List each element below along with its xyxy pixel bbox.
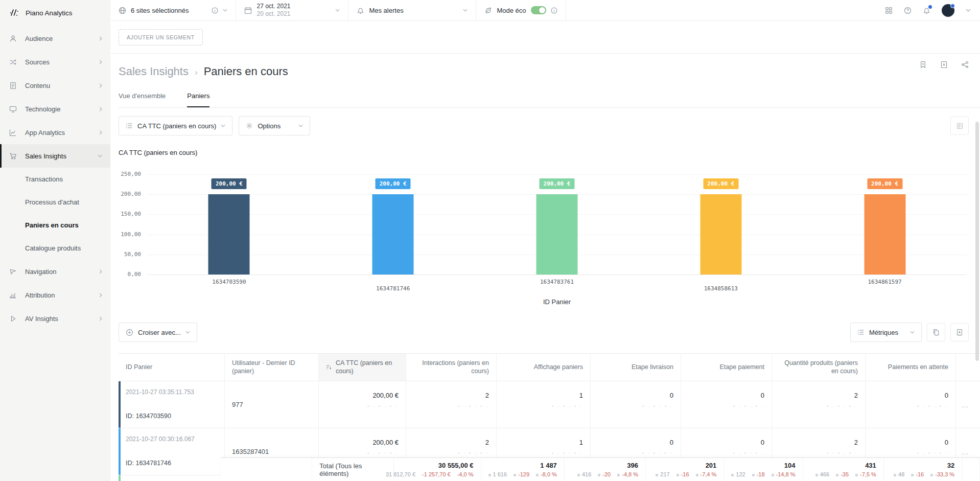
metrics-dropdown[interactable]: Métriques bbox=[850, 323, 922, 342]
sidebar-item-label: App Analytics bbox=[25, 129, 65, 136]
sidebar-subitem-paniers-en-cours[interactable]: Paniers en cours bbox=[0, 214, 110, 237]
vertical-scrollbar[interactable] bbox=[975, 122, 979, 361]
chevron-right-icon bbox=[99, 293, 102, 297]
brand[interactable]: Piano Analytics bbox=[0, 0, 110, 27]
row-actions-button[interactable]: … bbox=[956, 381, 974, 428]
options-dropdown[interactable]: Options bbox=[239, 116, 310, 135]
total-comparison: 416-20-4,8 % bbox=[577, 471, 638, 477]
column-header-etape-livraison[interactable]: Etape livraison bbox=[591, 354, 681, 381]
bar-1634703590[interactable] bbox=[208, 194, 250, 274]
hidden-comparison-placeholder: ▪ - ▪ - ▪ - bbox=[917, 451, 948, 455]
chart-x-labels: 1634703590163478174616347837611634858613… bbox=[147, 274, 967, 297]
y-axis-tick: 200,00 bbox=[121, 191, 141, 197]
site-selector-label: 6 sites sélectionnés bbox=[131, 7, 189, 14]
hidden-comparison-placeholder: ▪ - ▪ - ▪ - bbox=[733, 404, 764, 408]
metric-dropdown[interactable]: CA TTC (paniers en cours) bbox=[119, 116, 232, 135]
delta-value: -35 bbox=[836, 471, 849, 477]
share-icon[interactable] bbox=[961, 61, 969, 68]
x-axis-tick: 1634781746 bbox=[376, 285, 410, 292]
previous-value: 217 bbox=[656, 471, 669, 477]
add-segment-button[interactable]: AJOUTER UN SEGMENT bbox=[119, 29, 203, 45]
plus-circle-icon bbox=[126, 329, 133, 336]
hidden-comparison-placeholder: ▪ - ▪ - ▪ - bbox=[367, 451, 399, 455]
table-header-row: ID PanierUtilisateur - Dernier ID (panie… bbox=[119, 354, 980, 381]
user-avatar[interactable] bbox=[942, 4, 954, 17]
gear-icon bbox=[246, 122, 253, 129]
tab-paniers[interactable]: Paniers bbox=[187, 92, 209, 107]
column-header-ca-ttc-paniers-en-cours[interactable]: CA TTC (paniers en cours) bbox=[319, 354, 406, 381]
previous-value: 122 bbox=[731, 471, 745, 477]
bar-1634858613[interactable] bbox=[700, 194, 741, 274]
chevron-down-icon[interactable] bbox=[966, 9, 971, 12]
column-header-actions bbox=[956, 354, 974, 381]
column-header-id-panier[interactable]: ID Panier bbox=[119, 354, 225, 381]
help-icon[interactable] bbox=[904, 7, 912, 14]
y-axis-tick: 250,00 bbox=[121, 171, 141, 177]
export-file-icon[interactable] bbox=[950, 323, 969, 341]
date-range-picker[interactable]: 27 oct. 2021 20 oct. 2021 bbox=[236, 0, 348, 20]
delta-percent: -7,5 % bbox=[855, 471, 876, 477]
document-icon bbox=[9, 81, 17, 89]
info-icon bbox=[212, 7, 218, 14]
sidebar-item-label: Technologie bbox=[25, 105, 60, 113]
chevron-down-icon bbox=[335, 9, 340, 12]
sidebar-item-label: Audience bbox=[25, 35, 53, 42]
table-view-icon[interactable] bbox=[950, 117, 969, 135]
column-header-utilisateur-dernier-id-panier[interactable]: Utilisateur - Dernier ID (panier) bbox=[225, 354, 319, 381]
column-header-quantit-produits-paniers-en-cours[interactable]: Quantité produits (paniers en cours) bbox=[772, 354, 866, 381]
x-axis-title: ID Panier bbox=[147, 298, 967, 306]
gridline: 250,00 bbox=[147, 174, 967, 175]
delta-percent: -33,3 % bbox=[930, 471, 954, 477]
globe-icon bbox=[119, 7, 126, 14]
bell-icon bbox=[357, 7, 364, 14]
tab-vue-densemble[interactable]: Vue d'ensemble bbox=[119, 92, 166, 107]
bar-value-label: 200,00 € bbox=[376, 178, 411, 189]
cross-with-button[interactable]: Croiser avec... bbox=[119, 323, 197, 342]
previous-value: 1 616 bbox=[488, 471, 507, 477]
bookmark-icon[interactable] bbox=[919, 61, 927, 68]
sidebar-item-av-insights[interactable]: AV Insights bbox=[0, 307, 110, 330]
delta-value: -129 bbox=[514, 471, 529, 477]
site-selector[interactable]: 6 sites sélectionnés bbox=[110, 0, 236, 20]
sidebar-item-sources[interactable]: Sources bbox=[0, 50, 110, 74]
column-header-affichage-paniers[interactable]: Affichage paniers bbox=[497, 354, 591, 381]
column-header-paiements-en-attente[interactable]: Paiements en attente bbox=[866, 354, 956, 381]
copy-icon[interactable] bbox=[927, 323, 945, 341]
bar-1634861597[interactable] bbox=[864, 194, 905, 274]
sidebar-item-contenu[interactable]: Contenu bbox=[0, 74, 110, 97]
metric-value: 1 bbox=[579, 439, 583, 446]
breadcrumb-parent[interactable]: Sales Insights bbox=[119, 65, 189, 78]
apps-grid-icon[interactable] bbox=[885, 7, 893, 14]
metric-value: 0 bbox=[761, 439, 764, 446]
column-header-interactions-paniers-en-cours[interactable]: Interactions (paniers en cours) bbox=[406, 354, 497, 381]
hidden-comparison-placeholder: ▪ - ▪ - ▪ - bbox=[733, 451, 764, 455]
notification-dot bbox=[928, 5, 932, 9]
eco-mode-toggle[interactable] bbox=[531, 6, 546, 14]
user-id-cell: 977 bbox=[225, 381, 319, 428]
sidebar-item-navigation[interactable]: Navigation bbox=[0, 260, 110, 283]
alerts-selector[interactable]: Mes alertes bbox=[348, 0, 476, 20]
sidebar-item-attribution[interactable]: Attribution bbox=[0, 283, 110, 307]
sidebar-subitem-transactions[interactable]: Transactions bbox=[0, 168, 110, 191]
top-bar: 6 sites sélectionnés 27 oct. 2021 20 oct… bbox=[110, 0, 980, 21]
sidebar-subitem-catalogue-produits[interactable]: Catalogue produits bbox=[0, 237, 110, 260]
sidebar-item-audience[interactable]: Audience bbox=[0, 27, 110, 50]
sidebar-item-app-analytics[interactable]: App Analytics bbox=[0, 121, 110, 144]
total-value: 1 487 bbox=[540, 462, 557, 469]
bar-1634783761[interactable] bbox=[536, 194, 578, 274]
total-metric-cell: 431466-35-7,5 % bbox=[803, 458, 884, 481]
metric-cell: 0▪ - ▪ - ▪ - bbox=[591, 381, 681, 428]
sidebar-item-technologie[interactable]: Technologie bbox=[0, 97, 110, 121]
sidebar-item-sales-insights[interactable]: Sales Insights bbox=[0, 144, 110, 168]
cart-id: ID: 1634703590 bbox=[126, 413, 217, 420]
column-header-etape-paiement[interactable]: Etape paiement bbox=[681, 354, 772, 381]
save-report-icon[interactable] bbox=[940, 61, 948, 68]
table-toolbar-right: Métriques bbox=[850, 323, 969, 342]
hidden-comparison-placeholder: ▪ - ▪ - ▪ - bbox=[642, 451, 673, 455]
sidebar-subitem-processus-d-achat[interactable]: Processus d'achat bbox=[0, 191, 110, 214]
sidebar: Piano Analytics AudienceSourcesContenuTe… bbox=[0, 0, 110, 481]
date-range-values: 27 oct. 2021 20 oct. 2021 bbox=[256, 3, 290, 18]
total-actions-cell bbox=[962, 458, 980, 481]
notifications-bell-icon[interactable] bbox=[923, 7, 930, 14]
bar-1634781746[interactable] bbox=[372, 194, 414, 274]
